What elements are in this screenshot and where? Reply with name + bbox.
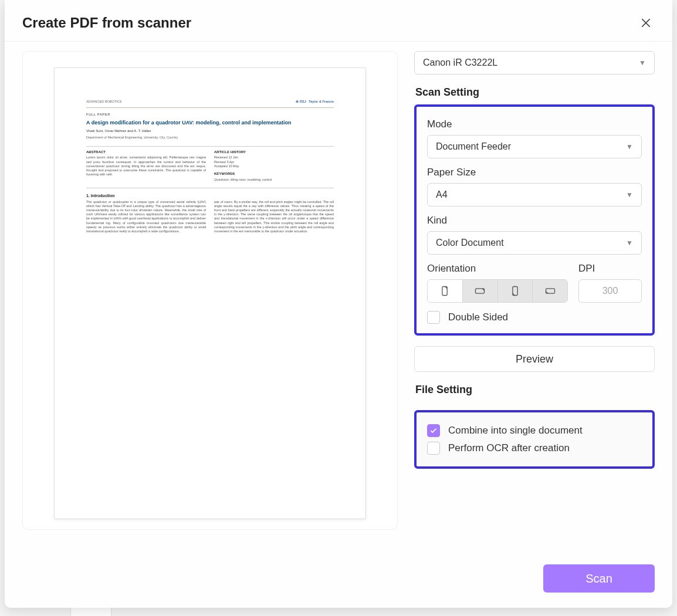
- kind-select[interactable]: Color Document ▼: [427, 231, 642, 255]
- double-sided-label: Double Sided: [448, 312, 508, 323]
- dpi-input[interactable]: [578, 279, 642, 303]
- orientation-portrait-flip[interactable]: [498, 280, 533, 302]
- preview-button[interactable]: Preview: [414, 346, 655, 372]
- scanned-page-preview: ADVANCED ROBOTICS ⊕ RSJ Taylor & Francis…: [55, 68, 365, 519]
- ocr-checkbox[interactable]: [427, 442, 440, 455]
- landscape-icon: [474, 285, 486, 297]
- scanner-select-value: Canon iR C3222L: [423, 57, 497, 68]
- paper-size-value: A4: [436, 189, 448, 200]
- mode-label: Mode: [427, 119, 642, 130]
- orientation-label: Orientation: [427, 263, 568, 275]
- paper-section-label: FULL PAPER: [86, 113, 334, 117]
- paper-intro-heading: 1. Introduction: [86, 193, 334, 198]
- check-icon: [429, 427, 438, 435]
- landscape-flip-icon: [544, 285, 556, 297]
- kind-label: Kind: [427, 215, 642, 226]
- settings-pane: Canon iR C3222L ▼ Scan Setting Mode Docu…: [414, 51, 655, 550]
- orientation-segmented: [427, 279, 568, 303]
- dialog-footer: Scan: [5, 550, 672, 608]
- ocr-label: Perform OCR after creation: [448, 442, 570, 454]
- mode-select-value: Document Feeder: [436, 141, 511, 152]
- scan-preview-pane: ADVANCED ROBOTICS ⊕ RSJ Taylor & Francis…: [22, 51, 398, 530]
- kind-select-value: Color Document: [436, 238, 504, 248]
- chevron-down-icon: ▼: [639, 59, 646, 67]
- scan-button[interactable]: Scan: [543, 564, 655, 593]
- paper-size-label: Paper Size: [427, 167, 642, 178]
- dialog-title: Create PDF from scanner: [22, 15, 637, 31]
- scan-setting-heading: Scan Setting: [415, 86, 655, 99]
- close-icon: [640, 17, 652, 29]
- dialog-header: Create PDF from scanner: [5, 0, 672, 42]
- scan-setting-group: Mode Document Feeder ▼ Paper Size A4 ▼ K…: [414, 104, 655, 336]
- chevron-down-icon: ▼: [626, 143, 633, 151]
- double-sided-checkbox[interactable]: [427, 311, 440, 324]
- orientation-landscape-flip[interactable]: [533, 280, 567, 302]
- scanner-select[interactable]: Canon iR C3222L ▼: [414, 51, 655, 75]
- dpi-label: DPI: [578, 263, 642, 275]
- file-setting-heading: File Setting: [415, 384, 655, 396]
- mode-select[interactable]: Document Feeder ▼: [427, 135, 642, 158]
- orientation-landscape[interactable]: [463, 280, 498, 302]
- portrait-icon: [439, 285, 451, 297]
- portrait-flip-icon: [509, 285, 521, 297]
- combine-checkbox[interactable]: [427, 424, 440, 437]
- chevron-down-icon: ▼: [626, 191, 633, 199]
- paper-title: A design modification for a quadrotor UA…: [86, 120, 334, 127]
- file-setting-group: Combine into single document Perform OCR…: [414, 410, 655, 469]
- close-button[interactable]: [637, 14, 655, 32]
- paper-size-select[interactable]: A4 ▼: [427, 183, 642, 207]
- chevron-down-icon: ▼: [626, 239, 633, 247]
- create-pdf-dialog: Create PDF from scanner ADVANCED ROBOTIC…: [5, 0, 672, 608]
- orientation-portrait[interactable]: [428, 280, 463, 302]
- combine-label: Combine into single document: [448, 425, 583, 436]
